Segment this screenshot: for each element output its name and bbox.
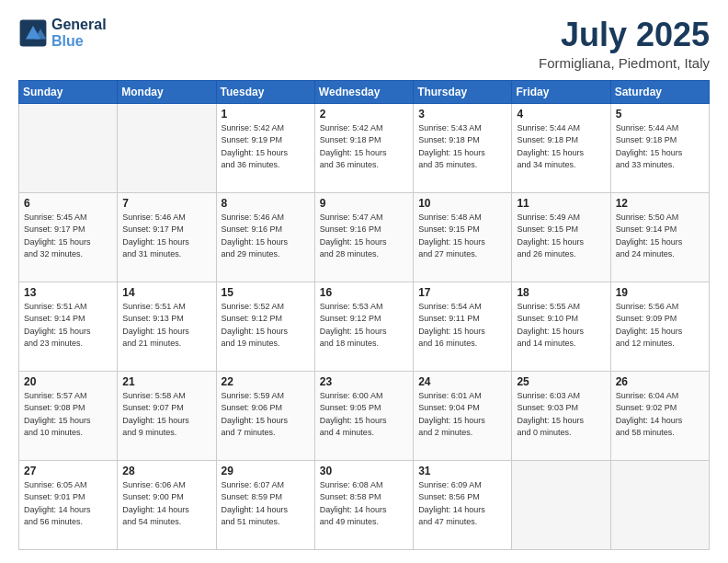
calendar-week-2: 6Sunrise: 5:45 AMSunset: 9:17 PMDaylight…: [19, 192, 710, 282]
calendar-cell: 3Sunrise: 5:43 AMSunset: 9:18 PMDaylight…: [414, 103, 512, 192]
calendar-cell: 31Sunrise: 6:09 AMSunset: 8:56 PMDayligh…: [414, 460, 512, 549]
calendar-cell: 21Sunrise: 5:58 AMSunset: 9:07 PMDayligh…: [118, 371, 216, 460]
day-header-saturday: Saturday: [610, 80, 709, 103]
day-number: 17: [418, 286, 506, 299]
calendar-cell: 19Sunrise: 5:56 AMSunset: 9:09 PMDayligh…: [610, 282, 709, 371]
calendar-week-4: 20Sunrise: 5:57 AMSunset: 9:08 PMDayligh…: [19, 371, 710, 460]
day-number: 11: [517, 197, 605, 210]
day-info: Sunrise: 5:46 AMSunset: 9:17 PMDaylight:…: [122, 212, 210, 261]
day-number: 28: [122, 465, 210, 477]
day-info: Sunrise: 6:03 AMSunset: 9:03 PMDaylight:…: [517, 390, 605, 440]
day-info: Sunrise: 6:08 AMSunset: 8:58 PMDaylight:…: [320, 479, 408, 529]
calendar-cell: 15Sunrise: 5:52 AMSunset: 9:12 PMDayligh…: [216, 282, 314, 371]
day-info: Sunrise: 5:51 AMSunset: 9:13 PMDaylight:…: [122, 301, 210, 350]
calendar-cell: 10Sunrise: 5:48 AMSunset: 9:15 PMDayligh…: [414, 192, 512, 282]
day-number: 24: [418, 375, 506, 388]
location-title: Formigliana, Piedmont, Italy: [539, 55, 710, 71]
day-info: Sunrise: 6:04 AMSunset: 9:02 PMDaylight:…: [616, 390, 704, 440]
calendar-cell: 11Sunrise: 5:49 AMSunset: 9:15 PMDayligh…: [512, 192, 610, 282]
month-title: July 2025: [539, 17, 710, 53]
calendar-cell: 24Sunrise: 6:01 AMSunset: 9:04 PMDayligh…: [414, 371, 512, 460]
day-info: Sunrise: 5:54 AMSunset: 9:11 PMDaylight:…: [418, 301, 506, 350]
calendar-cell: 14Sunrise: 5:51 AMSunset: 9:13 PMDayligh…: [118, 282, 216, 371]
calendar-cell: 29Sunrise: 6:07 AMSunset: 8:59 PMDayligh…: [216, 460, 314, 549]
day-number: 26: [616, 375, 704, 388]
day-number: 25: [517, 375, 605, 388]
calendar-week-5: 27Sunrise: 6:05 AMSunset: 9:01 PMDayligh…: [19, 460, 710, 549]
calendar-header-row: SundayMondayTuesdayWednesdayThursdayFrid…: [19, 80, 710, 103]
day-number: 19: [616, 286, 704, 299]
day-number: 15: [222, 286, 310, 299]
header: General Blue July 2025 Formigliana, Pied…: [18, 17, 710, 71]
day-header-thursday: Thursday: [414, 80, 512, 103]
day-number: 20: [24, 375, 112, 388]
day-number: 22: [222, 375, 310, 388]
calendar-cell: 23Sunrise: 6:00 AMSunset: 9:05 PMDayligh…: [314, 371, 413, 460]
day-number: 9: [320, 197, 408, 210]
day-number: 23: [320, 375, 408, 388]
day-header-monday: Monday: [118, 80, 216, 103]
day-number: 13: [24, 286, 112, 299]
day-number: 7: [122, 197, 210, 210]
calendar-cell: 5Sunrise: 5:44 AMSunset: 9:18 PMDaylight…: [610, 103, 709, 192]
day-info: Sunrise: 6:09 AMSunset: 8:56 PMDaylight:…: [418, 479, 506, 529]
calendar-cell: 22Sunrise: 5:59 AMSunset: 9:06 PMDayligh…: [216, 371, 314, 460]
calendar-cell: 1Sunrise: 5:42 AMSunset: 9:19 PMDaylight…: [216, 103, 314, 192]
day-info: Sunrise: 5:47 AMSunset: 9:16 PMDaylight:…: [320, 212, 408, 261]
calendar-cell: 4Sunrise: 5:44 AMSunset: 9:18 PMDaylight…: [512, 103, 610, 192]
day-info: Sunrise: 5:58 AMSunset: 9:07 PMDaylight:…: [122, 390, 210, 440]
calendar-cell: 25Sunrise: 6:03 AMSunset: 9:03 PMDayligh…: [512, 371, 610, 460]
calendar-cell: 6Sunrise: 5:45 AMSunset: 9:17 PMDaylight…: [19, 192, 118, 282]
day-info: Sunrise: 5:51 AMSunset: 9:14 PMDaylight:…: [24, 301, 112, 350]
day-number: 3: [418, 108, 506, 121]
calendar-week-3: 13Sunrise: 5:51 AMSunset: 9:14 PMDayligh…: [19, 282, 710, 371]
calendar-cell: 7Sunrise: 5:46 AMSunset: 9:17 PMDaylight…: [118, 192, 216, 282]
day-number: 30: [320, 465, 408, 477]
day-number: 18: [517, 286, 605, 299]
logo-icon: [18, 18, 48, 48]
day-number: 12: [616, 197, 704, 210]
calendar-cell: 18Sunrise: 5:55 AMSunset: 9:10 PMDayligh…: [512, 282, 610, 371]
logo-line2: Blue: [51, 33, 84, 49]
calendar-cell: 17Sunrise: 5:54 AMSunset: 9:11 PMDayligh…: [414, 282, 512, 371]
day-info: Sunrise: 5:56 AMSunset: 9:09 PMDaylight:…: [616, 301, 704, 350]
day-info: Sunrise: 5:55 AMSunset: 9:10 PMDaylight:…: [517, 301, 605, 350]
calendar-week-1: 1Sunrise: 5:42 AMSunset: 9:19 PMDaylight…: [19, 103, 710, 192]
day-number: 16: [320, 286, 408, 299]
day-info: Sunrise: 5:53 AMSunset: 9:12 PMDaylight:…: [320, 301, 408, 350]
day-number: 21: [122, 375, 210, 388]
day-header-friday: Friday: [512, 80, 610, 103]
calendar-cell: 26Sunrise: 6:04 AMSunset: 9:02 PMDayligh…: [610, 371, 709, 460]
day-info: Sunrise: 5:59 AMSunset: 9:06 PMDaylight:…: [222, 390, 310, 440]
calendar-cell: 12Sunrise: 5:50 AMSunset: 9:14 PMDayligh…: [610, 192, 709, 282]
day-header-sunday: Sunday: [19, 80, 118, 103]
day-number: 5: [616, 108, 704, 121]
logo: General Blue: [18, 17, 107, 49]
calendar-cell: [19, 103, 118, 192]
day-number: 10: [418, 197, 506, 210]
day-info: Sunrise: 5:45 AMSunset: 9:17 PMDaylight:…: [24, 212, 112, 261]
day-info: Sunrise: 6:07 AMSunset: 8:59 PMDaylight:…: [222, 479, 310, 529]
logo-line1: General: [51, 17, 107, 33]
day-info: Sunrise: 5:42 AMSunset: 9:18 PMDaylight:…: [320, 122, 408, 172]
day-number: 2: [320, 108, 408, 121]
calendar-cell: 2Sunrise: 5:42 AMSunset: 9:18 PMDaylight…: [314, 103, 413, 192]
day-header-tuesday: Tuesday: [216, 80, 314, 103]
day-info: Sunrise: 6:05 AMSunset: 9:01 PMDaylight:…: [24, 479, 112, 529]
day-number: 14: [122, 286, 210, 299]
title-block: July 2025 Formigliana, Piedmont, Italy: [539, 17, 710, 71]
day-number: 29: [222, 465, 310, 477]
calendar-cell: 16Sunrise: 5:53 AMSunset: 9:12 PMDayligh…: [314, 282, 413, 371]
day-info: Sunrise: 5:44 AMSunset: 9:18 PMDaylight:…: [616, 122, 704, 172]
calendar-cell: 27Sunrise: 6:05 AMSunset: 9:01 PMDayligh…: [19, 460, 118, 549]
calendar-cell: 30Sunrise: 6:08 AMSunset: 8:58 PMDayligh…: [314, 460, 413, 549]
day-info: Sunrise: 5:44 AMSunset: 9:18 PMDaylight:…: [517, 122, 605, 172]
day-info: Sunrise: 5:43 AMSunset: 9:18 PMDaylight:…: [418, 122, 506, 172]
calendar-table: SundayMondayTuesdayWednesdayThursdayFrid…: [18, 80, 710, 550]
day-number: 4: [517, 108, 605, 121]
day-number: 27: [24, 465, 112, 477]
day-info: Sunrise: 5:49 AMSunset: 9:15 PMDaylight:…: [517, 212, 605, 261]
day-info: Sunrise: 5:50 AMSunset: 9:14 PMDaylight:…: [616, 212, 704, 261]
calendar-cell: 20Sunrise: 5:57 AMSunset: 9:08 PMDayligh…: [19, 371, 118, 460]
day-info: Sunrise: 5:48 AMSunset: 9:15 PMDaylight:…: [418, 212, 506, 261]
